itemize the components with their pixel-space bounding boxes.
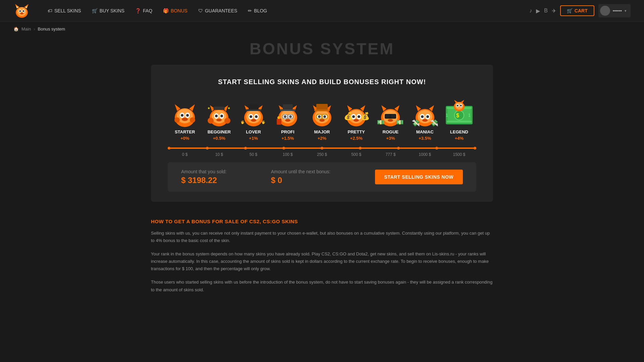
progress-dot-3 <box>282 147 285 149</box>
header: 🏷 SELL SKINS 🛒 BUY SKINS ❓ FAQ 🎁 BONUS 🛡… <box>0 0 644 22</box>
social-icons: ♪ ▶ В ✈ <box>529 8 556 14</box>
rank-major: MAJOR +2% <box>305 99 339 141</box>
svg-point-85 <box>354 119 359 122</box>
svg-rect-41 <box>246 109 261 111</box>
svg-point-124 <box>460 105 462 107</box>
svg-point-58 <box>289 115 292 118</box>
nav-guarantees[interactable]: 🛡 GUARANTEES <box>194 5 241 16</box>
svg-point-33 <box>224 118 230 124</box>
rank-pretty: 💰 💰 PRETTY +2.5% <box>339 99 373 141</box>
svg-point-123 <box>457 105 458 107</box>
svg-text:💵: 💵 <box>377 119 385 126</box>
begginer-mascot: ★ ★ <box>204 99 234 129</box>
svg-point-57 <box>284 115 286 118</box>
vk-icon[interactable]: В <box>544 8 548 14</box>
info-section: HOW TO GET A BONUS FOR SALE OF CS2, CS:G… <box>138 219 506 294</box>
svg-rect-69 <box>314 110 330 111</box>
svg-point-84 <box>358 115 360 118</box>
rank-lover: 🖐 🖐 LOVER +1% <box>236 99 270 141</box>
bonus-card: START SELLING SKINS AND BUILD BONUSES RI… <box>151 65 493 202</box>
svg-point-105 <box>426 115 429 118</box>
svg-text:🖐: 🖐 <box>261 120 266 124</box>
rank-begginer: ★ ★ BEGGINER +0.5% <box>202 99 236 141</box>
svg-point-46 <box>251 119 256 122</box>
svg-point-45 <box>255 115 258 118</box>
progress-dot-5 <box>359 147 362 149</box>
svg-point-20 <box>174 117 180 123</box>
progress-dot-2 <box>244 147 247 149</box>
sold-value: $ 3198.22 <box>181 176 226 185</box>
sold-label: Amount that you sold: <box>181 169 226 174</box>
svg-point-44 <box>250 115 252 118</box>
progress-dot-0 <box>168 147 170 149</box>
svg-point-95 <box>388 119 393 122</box>
maniac-mascot: 💸 💸 <box>410 99 440 129</box>
user-area[interactable]: •••••• ▾ <box>598 4 631 17</box>
next-label: Amount until the next bonus: <box>271 169 330 174</box>
telegram-icon[interactable]: ✈ <box>552 8 556 14</box>
rank-maniac: 💸 💸 MANIAC +3.5% <box>408 99 442 141</box>
svg-text:★: ★ <box>207 106 210 110</box>
nav-buy-skins[interactable]: 🛒 BUY SKINS <box>88 5 128 16</box>
nav-bonus[interactable]: 🎁 BONUS <box>159 5 192 16</box>
chevron-down-icon: ▾ <box>625 9 627 13</box>
svg-point-93 <box>385 114 390 118</box>
legend-mascot: $ 1 1 <box>444 99 474 129</box>
svg-point-9 <box>23 10 24 12</box>
youtube-icon[interactable]: ▶ <box>536 8 540 14</box>
svg-text:1: 1 <box>468 113 471 118</box>
svg-point-32 <box>208 118 214 124</box>
tiktok-icon[interactable]: ♪ <box>529 8 532 14</box>
nav-blog[interactable]: ✏ BLOG <box>244 5 271 16</box>
info-title: HOW TO GET A BONUS FOR SALE OF CS2, CS:G… <box>151 219 493 224</box>
svg-point-1 <box>17 7 26 16</box>
avatar <box>600 6 610 16</box>
svg-text:$: $ <box>456 113 459 118</box>
svg-point-61 <box>285 119 290 122</box>
svg-point-21 <box>190 117 195 123</box>
svg-text:★: ★ <box>227 106 230 110</box>
svg-point-19 <box>182 118 188 121</box>
breadcrumb: 🏠 Main › Bonus system <box>0 22 644 36</box>
starter-mascot <box>170 99 200 129</box>
svg-point-8 <box>19 10 21 12</box>
rank-rogue: 💵 💵 ROGUE +3% <box>373 99 408 141</box>
svg-point-30 <box>220 115 223 117</box>
svg-point-10 <box>20 12 23 14</box>
info-paragraph-1: Selling skins with us, you can receive n… <box>151 230 493 244</box>
start-selling-button[interactable]: START SELLING SKINS NOW <box>375 170 463 184</box>
breadcrumb-home[interactable]: Main <box>21 26 31 32</box>
svg-point-94 <box>391 114 395 118</box>
pretty-mascot: 💰 💰 <box>341 99 371 129</box>
svg-text:💵: 💵 <box>396 119 404 126</box>
page-title-section: BONUS SYSTEM <box>0 36 644 65</box>
svg-rect-53 <box>283 104 293 110</box>
nav-faq[interactable]: ❓ FAQ <box>131 5 156 16</box>
svg-point-17 <box>181 114 183 117</box>
info-paragraph-2: Your rank in the bonus system depends on… <box>151 250 493 273</box>
svg-rect-26 <box>213 107 225 110</box>
user-name: •••••• <box>613 8 622 13</box>
main-container: START SELLING SKINS AND BUILD BONUSES RI… <box>138 65 506 202</box>
logo-area[interactable] <box>13 2 30 19</box>
progress-dots <box>168 147 476 149</box>
svg-rect-62 <box>277 119 281 125</box>
progress-section: 0 $ 10 $ 50 $ 100 $ 250 $ 500 $ 777 $ 10… <box>168 147 476 157</box>
rank-profi: PROFI +1.5% <box>271 99 305 141</box>
svg-rect-112 <box>447 121 472 123</box>
header-right: ♪ ▶ В ✈ 🛒 CART •••••• ▾ <box>529 4 631 17</box>
progress-track <box>168 147 476 149</box>
svg-point-63 <box>277 116 280 119</box>
cart-button[interactable]: 🛒 CART <box>560 5 594 16</box>
svg-text:1: 1 <box>446 113 448 118</box>
rank-starter: STARTER +0% <box>168 99 202 141</box>
svg-point-75 <box>323 115 326 118</box>
info-paragraph-3: Those users who started selling skins wi… <box>151 279 493 293</box>
svg-point-106 <box>422 119 428 122</box>
svg-point-29 <box>215 115 218 117</box>
nav-sell-skins[interactable]: 🏷 SELL SKINS <box>44 5 85 16</box>
ranks-container: STARTER +0% <box>168 99 476 141</box>
progress-labels: 0 $ 10 $ 50 $ 100 $ 250 $ 500 $ 777 $ 10… <box>168 152 476 157</box>
svg-point-31 <box>216 119 222 121</box>
svg-point-74 <box>318 115 321 118</box>
